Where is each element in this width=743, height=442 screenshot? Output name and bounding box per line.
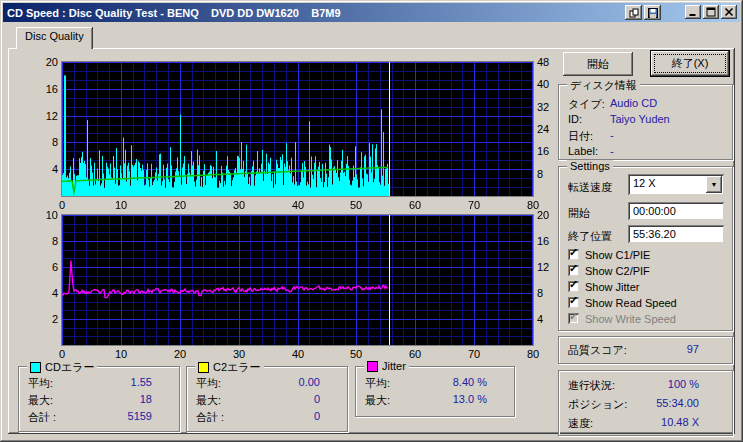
- row-label: タイプ:: [568, 97, 610, 112]
- x-axis-tick: 20: [165, 348, 195, 360]
- kv-row: 最大:18: [28, 393, 170, 408]
- quality-score-panel: 品質スコア: 97: [558, 336, 733, 364]
- checkbox-show-c2-pif[interactable]: ✓Show C2/PIF: [568, 264, 650, 277]
- row-label: 合計 :: [28, 410, 56, 425]
- row-value: 8.40 %: [453, 376, 505, 391]
- row-value: -: [610, 145, 614, 157]
- row-label: 平均:: [365, 376, 390, 391]
- y-axis-right-tick: 20: [537, 209, 565, 221]
- minimize-icon[interactable]: [685, 5, 701, 19]
- x-axis-tick: 60: [400, 348, 430, 360]
- y-axis-right-tick: 32: [537, 101, 565, 113]
- kv-row: 最大:0: [196, 393, 338, 408]
- row-value: 0.00: [299, 376, 338, 391]
- close-icon[interactable]: [721, 5, 737, 19]
- kv-row: ポジション:55:34.00: [568, 397, 723, 412]
- checkbox-box-icon[interactable]: ✓: [568, 281, 579, 292]
- y-axis-left-tick: 20: [30, 56, 58, 68]
- x-axis-tick: 40: [283, 348, 313, 360]
- row-label: 合計 :: [196, 410, 224, 425]
- y-axis-left-tick: 16: [30, 83, 58, 95]
- y-axis-left-tick: 8: [30, 235, 58, 247]
- x-axis-tick: 70: [459, 348, 489, 360]
- row-label: 最大:: [365, 393, 390, 408]
- row-value: 1.55: [131, 376, 170, 391]
- checkbox-box-icon[interactable]: ✓: [568, 297, 579, 308]
- progress-panel: 進行状況:100 %ポジション:55:34.00速度:10.48 X: [558, 370, 733, 436]
- y-axis-left-tick: 8: [30, 136, 58, 148]
- x-axis-tick: 40: [283, 199, 313, 211]
- y-axis-right-tick: 40: [537, 78, 565, 90]
- checkbox-label: Show Write Speed: [585, 313, 676, 325]
- kv-row: 平均:0.00: [196, 376, 338, 391]
- row-value: 10.48 X: [661, 416, 723, 431]
- speed-label: 転送速度: [568, 180, 612, 195]
- save-icon[interactable]: [644, 5, 661, 20]
- row-value: 0: [314, 410, 338, 425]
- c2-error-title: C2エラー: [213, 360, 261, 375]
- checkbox-show-read-speed[interactable]: ✓Show Read Speed: [568, 296, 677, 309]
- maximize-icon[interactable]: [703, 5, 719, 19]
- y-axis-left-tick: 2: [30, 313, 58, 325]
- quality-score-value: 97: [687, 343, 723, 358]
- speed-dropdown[interactable]: 12 X ▼: [628, 174, 724, 195]
- jitter-title: Jitter: [382, 360, 406, 372]
- y-axis-right-tick: 16: [537, 235, 565, 247]
- kv-row: 平均:8.40 %: [365, 376, 505, 391]
- chevron-down-icon[interactable]: ▼: [706, 176, 722, 193]
- x-axis-tick: 50: [341, 348, 371, 360]
- y-axis-left-tick: 12: [30, 110, 58, 122]
- y-axis-right-tick: 24: [537, 123, 565, 135]
- c1-error-chart: [61, 61, 534, 197]
- tab-disc-quality[interactable]: Disc Quality: [16, 27, 93, 49]
- checkbox-show-jitter[interactable]: ✓Show Jitter: [568, 280, 639, 293]
- row-label: 最大:: [196, 393, 221, 408]
- exit-button[interactable]: 終了(X): [650, 50, 730, 77]
- checkbox-label: Show C2/PIF: [585, 265, 650, 277]
- kv-row: タイプ:Audio CD: [568, 97, 723, 112]
- disc-info-title: ディスク情報: [567, 78, 640, 93]
- start-pos-label: 開始: [568, 206, 590, 221]
- y-axis-right-tick: 8: [537, 287, 565, 299]
- y-axis-left-tick: 10: [30, 209, 58, 221]
- end-pos-label: 終了位置: [568, 229, 612, 244]
- checkbox-show-c1-pie[interactable]: ✓Show C1/PIE: [568, 248, 650, 261]
- row-value: 18: [140, 393, 170, 408]
- row-value: Taiyo Yuden: [610, 113, 670, 125]
- end-pos-input[interactable]: 55:36.20: [628, 225, 724, 243]
- y-axis-right-tick: 48: [537, 56, 565, 68]
- x-axis-tick: 30: [224, 199, 254, 211]
- start-button[interactable]: 開始: [563, 52, 633, 76]
- settings-title: Settings: [567, 160, 613, 172]
- row-label: 日付:: [568, 129, 610, 144]
- row-label: 速度:: [568, 416, 593, 431]
- x-axis-tick: 70: [459, 199, 489, 211]
- row-label: Label:: [568, 145, 610, 157]
- y-axis-right-tick: 16: [537, 145, 565, 157]
- kv-row: 合計 :5159: [28, 410, 170, 425]
- copy-icon[interactable]: [625, 5, 642, 20]
- app-window: CD Speed : Disc Quality Test - BENQ DVD …: [0, 0, 743, 442]
- row-label: ポジション:: [568, 397, 627, 412]
- titlebar-buttons: [623, 5, 737, 20]
- y-axis-left-tick: 4: [30, 163, 58, 175]
- kv-row: 平均:1.55: [28, 376, 170, 391]
- disc-info-group: ディスク情報 タイプ:Audio CDID:Taiyo Yuden日付:-Lab…: [558, 84, 733, 160]
- cd-error-swatch-icon: [30, 362, 41, 373]
- cd-error-stats-group: CDエラー 平均:1.55最大:18合計 :5159: [18, 366, 180, 432]
- kv-row: 最大:13.0 %: [365, 393, 505, 408]
- row-label: 平均:: [196, 376, 221, 391]
- tab-label: Disc Quality: [25, 30, 84, 42]
- start-pos-input[interactable]: 00:00:00: [628, 202, 724, 220]
- y-axis-left-tick: 6: [30, 261, 58, 273]
- row-value: 55:34.00: [656, 397, 723, 412]
- checkbox-box-icon[interactable]: ✓: [568, 265, 579, 276]
- c2-error-swatch-icon: [198, 362, 209, 373]
- jitter-chart: [61, 214, 534, 346]
- jitter-swatch-icon: [367, 361, 378, 372]
- window-title: CD Speed : Disc Quality Test - BENQ DVD …: [7, 7, 341, 19]
- c2-error-stats-group: C2エラー 平均:0.00最大:0合計 :0: [186, 366, 348, 432]
- checkbox-box-icon[interactable]: ✓: [568, 249, 579, 260]
- row-value: Audio CD: [610, 97, 657, 112]
- x-axis-tick: 10: [106, 348, 136, 360]
